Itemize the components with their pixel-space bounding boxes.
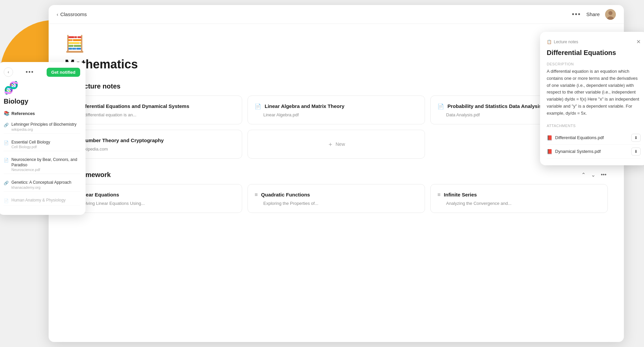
homework-more-button[interactable]: •••: [599, 171, 608, 178]
back-navigation[interactable]: ‹ Classrooms: [57, 11, 87, 17]
page-title: Mathematics: [65, 57, 608, 71]
attachment-dynamical-left: 📕 Dynamical Systems.pdf: [547, 149, 601, 154]
top-bar-actions: ••• Share: [572, 9, 616, 20]
top-bar: ‹ Classrooms ••• Share: [49, 5, 624, 24]
detail-description-label: Description: [547, 62, 641, 66]
homework-cards-grid: ≡ Linear Equations Solving Linear Equati…: [65, 184, 608, 213]
get-notified-button[interactable]: Get notified: [47, 68, 80, 77]
ref-cell-bio-text: Essential Cell Biology Cell Biology.pdf: [11, 140, 80, 149]
sidebar-more-icon[interactable]: •••: [25, 69, 34, 76]
ref-cell-bio-icon: 📄: [4, 140, 9, 145]
biology-title: Biology: [4, 98, 80, 105]
ref-lehninger-text: Lehninger Principles of Biochemistry wik…: [11, 122, 80, 131]
biology-sidebar-panel: ‹ ••• Get notified 🧬 Biology 📚 Reference…: [0, 62, 86, 215]
card-prob-stat-title: Probability and Statistics Data Analysis: [447, 103, 542, 110]
download-diff-eq-button[interactable]: ⬇: [631, 134, 641, 142]
app-container: ‹ Classrooms ••• Share 🧮 Mathematics 📋: [49, 5, 624, 342]
detail-panel: 📋 Lecture notes ✕ Differential Equations…: [540, 32, 644, 165]
attachment-diff-eq: 📕 Differential Equations.pdf ⬇: [547, 131, 641, 145]
card-diff-eq[interactable]: ≡ Differential Equations and Dynamical S…: [65, 96, 242, 124]
ref-cell-bio-source: Cell Biology.pdf: [11, 145, 80, 149]
homework-collapse-button[interactable]: ⌃: [580, 171, 587, 179]
card-linear-eq[interactable]: ≡ Linear Equations Solving Linear Equati…: [65, 184, 242, 213]
lecture-notes-section: 📋 Lecture notes ⌃ ≡ Differential Equatio…: [65, 82, 608, 159]
classrooms-link[interactable]: Classrooms: [60, 11, 87, 17]
detail-tag-label: Lecture notes: [554, 40, 578, 44]
card-diff-eq-subtitle: A differential equation is an...: [80, 112, 235, 117]
svg-point-1: [608, 11, 612, 15]
card-num-theory-header: 🔗 Number Theory and Cryptography: [72, 137, 235, 144]
card-linear-alg-title: Linear Algebra and Matrix Theory: [265, 103, 344, 110]
references-header: 📚 References: [4, 111, 80, 116]
ref-cell-bio-name: Essential Cell Biology: [11, 140, 80, 145]
card-quadratic-subtitle: Exploring the Properties of...: [263, 201, 418, 206]
homework-expand-button[interactable]: ⌄: [590, 171, 597, 179]
card-linear-alg[interactable]: 📄 Linear Algebra and Matrix Theory Linea…: [248, 96, 425, 124]
card-num-theory[interactable]: 🔗 Number Theory and Cryptography wikiped…: [65, 130, 242, 159]
card-new-lecture[interactable]: ＋ New: [248, 130, 425, 159]
card-linear-eq-header: ≡ Linear Equations: [72, 191, 235, 198]
card-linear-eq-subtitle: Solving Linear Equations Using...: [80, 201, 235, 206]
ref-lehninger-source: wikipedia.org: [11, 127, 80, 131]
card-quadratic-header: ≡ Quadratic Functions: [255, 191, 418, 198]
detail-description: A differential equation is an equation w…: [547, 68, 641, 117]
card-num-theory-subtitle: wikipedia.com: [80, 147, 235, 152]
ref-genetics-text: Genetics: A Conceptual Approach khanacad…: [11, 180, 80, 189]
ref-human-anatomy-icon: 📄: [4, 198, 9, 203]
attachment-diff-eq-name: Differential Equations.pdf: [555, 135, 604, 140]
detail-panel-top: 📋 Lecture notes ✕: [547, 39, 641, 45]
pdf-icon-dynamical: 📕: [547, 149, 552, 154]
card-infinite-series[interactable]: ≡ Infinite Series Analyzing the Converge…: [430, 184, 608, 213]
ref-item-genetics[interactable]: 🔗 Genetics: A Conceptual Approach khanac…: [4, 178, 80, 192]
card-linear-alg-icon: 📄: [255, 103, 261, 110]
detail-attachments-label: Attachments: [547, 124, 641, 128]
card-num-theory-title: Number Theory and Cryptography: [82, 137, 164, 144]
ref-neuroscience-name: Neuroscience by Bear, Connors, and Parad…: [11, 157, 80, 168]
attachment-diff-eq-left: 📕 Differential Equations.pdf: [547, 135, 604, 140]
card-infinite-series-header: ≡ Infinite Series: [437, 191, 601, 198]
attachment-dynamical: 📕 Dynamical Systems.pdf ⬇: [547, 145, 641, 159]
homework-section: 📒 Homework ⌃ ⌄ ••• ≡ Linear Equations So…: [65, 171, 608, 213]
lecture-notes-header: 📋 Lecture notes ⌃: [65, 82, 608, 90]
card-new-label: New: [335, 141, 345, 147]
ref-human-anatomy-name: Human Anatomy & Physiology: [11, 198, 80, 203]
card-new-plus-icon: ＋: [327, 140, 333, 148]
biology-icon: 🧬: [4, 81, 80, 95]
card-quadratic[interactable]: ≡ Quadratic Functions Exploring the Prop…: [248, 184, 425, 213]
card-infinite-series-icon: ≡: [437, 192, 440, 198]
page-icon: 🧮: [65, 35, 608, 53]
ref-neuroscience-icon: 📄: [4, 158, 9, 163]
card-linear-alg-subtitle: Linear Algebra.pdf: [263, 112, 418, 117]
lecture-notes-cards-grid: ≡ Differential Equations and Dynamical S…: [65, 96, 608, 159]
more-options-icon[interactable]: •••: [572, 10, 581, 18]
homework-controls: ⌃ ⌄ •••: [580, 171, 608, 179]
card-infinite-series-subtitle: Analyzing the Convergence and...: [446, 201, 601, 206]
ref-neuroscience-source: Neuroscience.pdf: [11, 168, 80, 172]
ref-genetics-name: Genetics: A Conceptual Approach: [11, 180, 80, 185]
ref-item-neuroscience[interactable]: 📄 Neuroscience by Bear, Connors, and Par…: [4, 155, 80, 174]
main-content: 🧮 Mathematics 📋 Lecture notes ⌃ ≡ Differ…: [49, 24, 624, 342]
detail-tag-icon: 📋: [547, 40, 552, 44]
card-quadratic-icon: ≡: [255, 192, 258, 198]
card-quadratic-title: Quadratic Functions: [261, 191, 310, 198]
homework-header: 📒 Homework ⌃ ⌄ •••: [65, 171, 608, 179]
share-button[interactable]: Share: [586, 11, 600, 17]
ref-human-anatomy-text: Human Anatomy & Physiology: [11, 198, 80, 203]
card-diff-eq-title: Differential Equations and Dynamical Sys…: [78, 103, 189, 110]
detail-close-button[interactable]: ✕: [636, 39, 641, 45]
ref-genetics-source: khanacademy.org: [11, 185, 80, 189]
ref-item-cell-bio[interactable]: 📄 Essential Cell Biology Cell Biology.pd…: [4, 138, 80, 152]
user-avatar[interactable]: [605, 9, 616, 20]
download-dynamical-button[interactable]: ⬇: [631, 148, 641, 156]
sidebar-panel-top: ‹ ••• Get notified: [4, 67, 80, 77]
attachment-dynamical-name: Dynamical Systems.pdf: [555, 149, 601, 154]
card-diff-eq-header: ≡ Differential Equations and Dynamical S…: [72, 103, 235, 110]
sidebar-back-button[interactable]: ‹: [4, 67, 13, 77]
ref-item-human-anatomy[interactable]: 📄 Human Anatomy & Physiology: [4, 196, 80, 206]
back-arrow-icon: ‹: [57, 12, 58, 17]
ref-item-lehninger[interactable]: 🔗 Lehninger Principles of Biochemistry w…: [4, 120, 80, 134]
ref-neuroscience-text: Neuroscience by Bear, Connors, and Parad…: [11, 157, 80, 172]
references-title: References: [11, 111, 35, 116]
ref-lehninger-icon: 🔗: [4, 123, 9, 127]
references-icon: 📚: [4, 111, 9, 116]
